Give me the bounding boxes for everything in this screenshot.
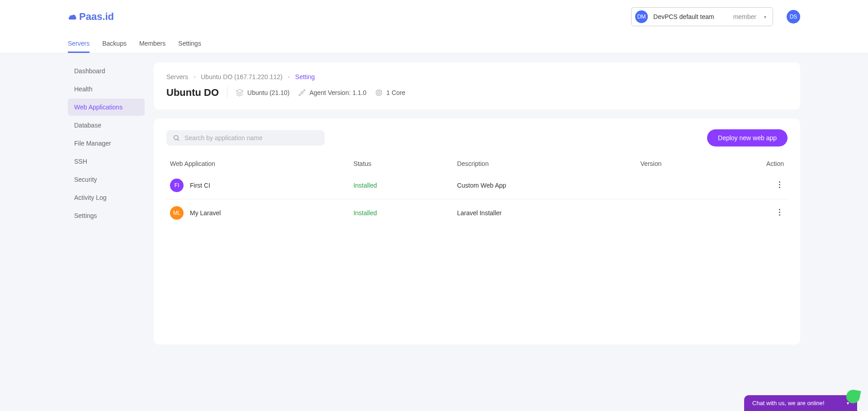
user-avatar[interactable]: DS: [787, 10, 800, 24]
breadcrumb-item[interactable]: Servers: [166, 73, 188, 80]
more-icon[interactable]: [775, 206, 784, 219]
chevron-down-icon: ▾: [764, 14, 766, 19]
app-avatar: FI: [170, 179, 184, 192]
svg-marker-0: [236, 90, 243, 93]
server-os-info: Ubuntu (21.10): [236, 89, 289, 97]
sidebar-item-database[interactable]: Database: [68, 117, 145, 134]
app-name: First CI: [190, 182, 210, 189]
chevron-right-icon: ›: [193, 74, 195, 80]
nav-tab-backups[interactable]: Backups: [102, 35, 127, 53]
sidebar-item-security[interactable]: Security: [68, 171, 145, 188]
nav-tab-servers[interactable]: Servers: [68, 35, 90, 53]
server-header-card: Servers›Ubuntu DO (167.71.220.112)›Setti…: [154, 62, 800, 109]
svg-rect-7: [377, 92, 380, 94]
app-description: Laravel Installer: [457, 209, 641, 217]
app-avatar: ML: [170, 206, 184, 220]
col-header-app: Web Application: [170, 160, 354, 167]
sidebar-item-dashboard[interactable]: Dashboard: [68, 62, 145, 80]
sidebar-item-web-applications[interactable]: Web Applications: [68, 99, 145, 116]
app-status: Installed: [354, 209, 457, 217]
app-description: Custom Web App: [457, 182, 641, 189]
team-role: member: [733, 13, 756, 20]
sidebar-item-activity-log[interactable]: Activity Log: [68, 189, 145, 206]
breadcrumb-item[interactable]: Ubuntu DO (167.71.220.112): [201, 73, 283, 80]
team-avatar: DM: [635, 10, 648, 23]
sidebar-item-health[interactable]: Health: [68, 80, 145, 98]
col-header-version: Version: [641, 160, 736, 167]
server-agent-info: Agent Version: 1.1.0: [298, 89, 367, 97]
table-row: MLMy LaravelInstalledLaravel Installer: [166, 199, 788, 227]
svg-line-17: [178, 139, 179, 141]
breadcrumb: Servers›Ubuntu DO (167.71.220.112)›Setti…: [166, 73, 788, 80]
col-header-description: Description: [457, 160, 641, 167]
cpu-icon: [375, 89, 383, 97]
search-box: [166, 130, 325, 146]
more-icon[interactable]: [775, 178, 784, 191]
svg-point-2: [303, 90, 305, 91]
action-cell: [736, 178, 784, 193]
agent-icon: [298, 89, 306, 97]
server-cores-info: 1 Core: [375, 89, 406, 97]
app-cell[interactable]: FIFirst CI: [170, 179, 354, 192]
svg-point-16: [174, 136, 178, 140]
app-name: My Laravel: [190, 209, 221, 217]
app-status: Installed: [354, 182, 457, 189]
breadcrumb-item: Setting: [295, 73, 315, 80]
col-header-status: Status: [354, 160, 457, 167]
nav-tab-members[interactable]: Members: [139, 35, 165, 53]
team-name: DevPCS default team: [653, 13, 714, 20]
search-icon: [173, 134, 180, 142]
app-cell[interactable]: MLMy Laravel: [170, 206, 354, 220]
layers-icon: [236, 89, 244, 97]
svg-line-4: [302, 91, 303, 92]
chat-widget[interactable]: Chat with us, we are online! ▾: [744, 395, 857, 411]
sidebar-item-file-manager[interactable]: File Manager: [68, 135, 145, 152]
chevron-down-icon: ▾: [847, 401, 849, 406]
deploy-button[interactable]: Deploy new web app: [707, 129, 788, 146]
col-header-action: Action: [736, 160, 784, 167]
svg-point-3: [299, 94, 300, 96]
search-input[interactable]: [184, 134, 318, 142]
brand-logo[interactable]: Paas.id: [68, 11, 114, 23]
chat-label: Chat with us, we are online!: [752, 400, 825, 406]
server-title: Ubuntu DO: [166, 87, 227, 99]
chevron-right-icon: ›: [288, 74, 290, 80]
table-row: FIFirst CIInstalledCustom Web App: [166, 172, 788, 199]
brand-text: Paas.id: [79, 11, 114, 23]
action-cell: [736, 206, 784, 220]
sidebar-item-ssh[interactable]: SSH: [68, 153, 145, 170]
sidebar-item-settings[interactable]: Settings: [68, 207, 145, 224]
table-header: Web Application Status Description Versi…: [166, 156, 788, 172]
apps-card: Deploy new web app Web Application Statu…: [154, 118, 800, 345]
team-selector[interactable]: DM DevPCS default team member ▾: [631, 7, 773, 26]
cloud-icon: [68, 13, 78, 21]
nav-tab-settings[interactable]: Settings: [178, 35, 201, 53]
svg-line-5: [300, 94, 301, 94]
svg-rect-6: [376, 90, 381, 95]
